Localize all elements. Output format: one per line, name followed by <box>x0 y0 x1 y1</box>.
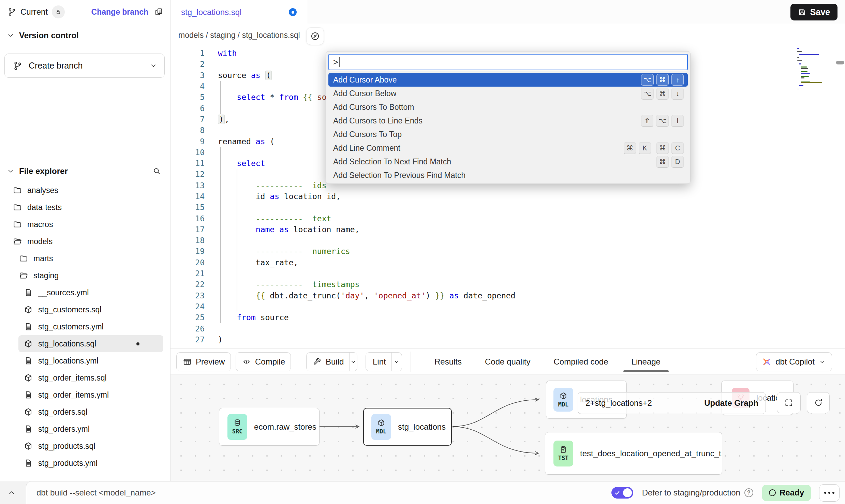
keycap: ↓ <box>671 88 684 99</box>
palette-item-add-cursors-to-top[interactable]: Add Cursors To Top <box>328 128 688 141</box>
file-tree-item-stg-order-items-sql[interactable]: stg_order_items.sql <box>0 369 169 386</box>
code-line-15[interactable]: 15 <box>171 202 798 213</box>
build-dropdown[interactable] <box>349 353 357 371</box>
preview-button[interactable]: Preview <box>176 352 231 371</box>
lineage-node-source[interactable]: SRC ecom.raw_stores <box>219 408 320 446</box>
code-line-23[interactable]: 23 {{ dbt.date_trunc('day', 'opened_at')… <box>171 290 798 301</box>
file-explorer-header[interactable]: File explorer <box>0 163 170 180</box>
editor-scrollbar-thumb[interactable] <box>836 61 844 64</box>
section-divider <box>0 159 170 159</box>
file-tree-item-stg-products-yml[interactable]: stg_products.yml <box>0 455 169 472</box>
code-line-18[interactable]: 18 <box>171 235 798 246</box>
code-line-16[interactable]: 16 ---------- text <box>171 213 798 224</box>
file-tree-item-stg-customers-sql[interactable]: stg_customers.sql <box>0 301 169 318</box>
palette-item-add-cursors-to-line-ends[interactable]: Add Cursors to Line Ends⇧⌥I <box>328 114 688 128</box>
update-graph-button[interactable]: Update Graph <box>697 392 766 414</box>
model-icon <box>24 407 33 416</box>
command-palette-input[interactable]: > <box>328 54 688 70</box>
tab-stg-locations[interactable]: stg_locations.sql <box>171 0 307 24</box>
file-tree-item-macros[interactable]: macros <box>0 216 169 233</box>
command-bar[interactable]: dbt build --select <model_name> Defer to… <box>26 481 845 504</box>
code-line-22[interactable]: 22 ---------- timestamps <box>171 279 798 290</box>
file-tree-item--sources-yml[interactable]: __sources.yml <box>0 284 169 301</box>
search-icon[interactable] <box>152 167 161 176</box>
help-icon[interactable]: ? <box>744 488 753 497</box>
model-icon <box>24 339 33 348</box>
lineage-panel[interactable]: SRC ecom.raw_stores MDL stg_locations MD… <box>171 374 845 481</box>
file-tree-item-marts[interactable]: marts <box>0 250 169 267</box>
lineage-filter-input[interactable]: 2+stg_locations+2 <box>578 392 697 414</box>
save-button[interactable]: Save <box>790 4 837 20</box>
tab-lineage[interactable]: Lineage <box>632 357 661 367</box>
create-branch-button[interactable]: Create branch <box>4 54 165 78</box>
file-name: stg_products.sql <box>38 442 95 451</box>
lineage-node-stg-locations[interactable]: MDL stg_locations <box>363 408 452 446</box>
build-label: Build <box>326 357 344 367</box>
editor-minimap[interactable] <box>797 48 831 99</box>
dbt-copilot-button[interactable]: dbt Copilot <box>756 352 832 371</box>
code-line-17[interactable]: 17 name as location_name, <box>171 224 798 235</box>
indent-guide <box>220 81 221 114</box>
folder-icon <box>13 186 22 195</box>
panel-tabs: Results Code quality Compiled code Linea… <box>434 352 661 371</box>
version-control-header[interactable]: Version control <box>0 27 170 44</box>
create-branch-dropdown[interactable] <box>142 54 164 77</box>
code-line-24[interactable]: 24 <box>171 301 798 312</box>
cli-command[interactable]: dbt build --select <model_name> <box>36 488 156 498</box>
overflow-menu-button[interactable] <box>819 484 840 502</box>
code-line-21[interactable]: 21 <box>171 268 798 279</box>
tab-code-quality[interactable]: Code quality <box>485 357 530 367</box>
file-tree-item-stg-locations-yml[interactable]: stg_locations.yml <box>0 352 169 369</box>
code-line-14[interactable]: 14 id as location_id, <box>171 191 798 202</box>
file-tree-item-stg-order-items-yml[interactable]: stg_order_items.yml <box>0 386 169 403</box>
line-number: 15 <box>171 203 205 212</box>
line-number: 18 <box>171 236 205 245</box>
defer-label: Defer to staging/production <box>642 488 740 498</box>
code-line-27[interactable]: 27) <box>171 334 798 345</box>
defer-toggle[interactable] <box>611 487 633 499</box>
folder-icon <box>13 203 22 212</box>
file-tree-item-stg-orders-sql[interactable]: stg_orders.sql <box>0 403 169 420</box>
fullscreen-button[interactable] <box>777 392 801 413</box>
compile-button[interactable]: Compile <box>236 352 291 371</box>
chevron-down-icon <box>7 32 14 39</box>
code-line-26[interactable]: 26 <box>171 323 798 334</box>
file-tree-item-analyses[interactable]: analyses <box>0 182 169 199</box>
code-line-20[interactable]: 20 tax_rate, <box>171 257 798 268</box>
clipboard-check-icon <box>559 445 567 454</box>
code-line-19[interactable]: 19 ---------- numerics <box>171 246 798 257</box>
palette-item-add-cursor-below[interactable]: Add Cursor Below⌥⌘↓ <box>328 87 688 100</box>
file-tree-item-stg-products-sql[interactable]: stg_products.sql <box>0 438 169 455</box>
palette-item-add-cursor-above[interactable]: Add Cursor Above⌥⌘↑ <box>328 73 688 87</box>
change-branch-link[interactable]: Change branch <box>91 8 148 17</box>
action-toolbar: Preview Compile Build Lint Results Code … <box>171 349 845 374</box>
file-name: __sources.yml <box>38 288 89 297</box>
tab-compiled-code[interactable]: Compiled code <box>553 357 608 367</box>
model-badge: MDL <box>371 414 391 440</box>
status-badge[interactable]: Ready <box>762 485 811 501</box>
lineage-compass-button[interactable] <box>306 27 324 45</box>
palette-item-add-line-comment[interactable]: Add Line Comment⌘K⌘C <box>328 141 688 155</box>
code-line-25[interactable]: 25 from source <box>171 312 798 323</box>
chevron-down-icon <box>350 358 357 365</box>
tab-results[interactable]: Results <box>434 357 462 367</box>
chevron-up-icon[interactable] <box>8 489 16 497</box>
database-icon <box>233 419 241 427</box>
cube-icon <box>377 419 385 427</box>
palette-item-add-cursors-to-bottom[interactable]: Add Cursors To Bottom <box>328 100 688 114</box>
palette-item-add-selection-to-previous-find-match[interactable]: Add Selection To Previous Find Match <box>328 168 688 182</box>
file-tree-item-stg-locations-sql[interactable]: stg_locations.sql <box>18 335 163 352</box>
lineage-node-test[interactable]: TST test_does_location_opened_at_trunc_t… <box>545 432 722 475</box>
build-button[interactable]: Build <box>306 352 357 371</box>
lint-button[interactable]: Lint <box>366 352 402 371</box>
refresh-button[interactable] <box>807 392 830 413</box>
file-tree-item-data-tests[interactable]: data-tests <box>0 199 169 216</box>
lint-dropdown[interactable] <box>391 353 402 371</box>
copy-icon[interactable] <box>154 8 163 16</box>
file-tree-item-models[interactable]: models <box>0 233 169 250</box>
file-tree-item-staging[interactable]: staging <box>0 267 169 284</box>
file-tree-item-stg-customers-yml[interactable]: stg_customers.yml <box>0 318 169 335</box>
file-tree-item-stg-orders-yml[interactable]: stg_orders.yml <box>0 420 169 438</box>
palette-item-add-selection-to-next-find-match[interactable]: Add Selection To Next Find Match⌘D <box>328 155 688 168</box>
chevron-down-icon <box>393 358 400 365</box>
